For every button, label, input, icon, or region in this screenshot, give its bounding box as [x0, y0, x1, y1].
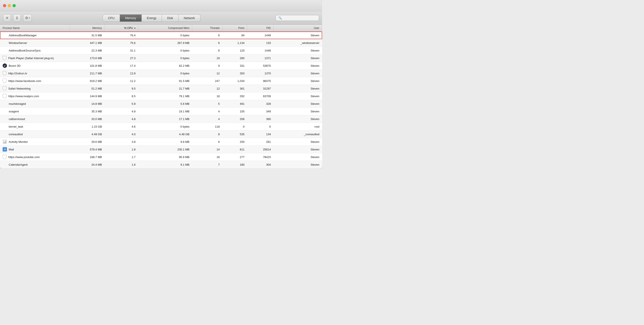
- col-memory[interactable]: Memory: [70, 25, 104, 31]
- cell-cpu: 76.4: [104, 31, 138, 39]
- process-table-container: Process Name Memory % CPU ▾ Compressed M…: [0, 25, 322, 168]
- cell-pid: 133: [247, 39, 273, 47]
- table-row[interactable]: https://www.facebook.com 919.2 MB 11.2 9…: [0, 77, 322, 85]
- close-process-icon: ✕: [6, 16, 8, 20]
- table-row[interactable]: coreaudiod 4.49 GB 4.0 4.48 GB 8 535 134…: [0, 130, 322, 138]
- table-row[interactable]: http://2ndrun.tv 211.7 MB 12.8 0 bytes 1…: [0, 69, 322, 77]
- tab-network[interactable]: Network: [178, 14, 200, 22]
- cell-ports: 535: [222, 130, 247, 138]
- table-row[interactable]: CalendarAgent 24.4 MB 1.6 9.1 MB 7 180 3…: [0, 161, 322, 168]
- cell-pid: 31297: [247, 85, 273, 92]
- col-pid[interactable]: PID: [247, 25, 273, 31]
- col-process-name[interactable]: Process Name: [0, 25, 70, 31]
- cell-memory: 51.2 MB: [70, 85, 104, 92]
- table-row[interactable]: 🔊 Boom 3D 101.8 MB 17.4 62.2 MB 9 331 53…: [0, 62, 322, 69]
- cell-memory: 4.49 GB: [70, 130, 104, 138]
- cell-ports: 180: [222, 161, 247, 168]
- inspect-button[interactable]: ℹ: [13, 14, 21, 22]
- cell-memory: 1.15 GB: [70, 123, 104, 130]
- cell-memory: 24.4 MB: [70, 161, 104, 168]
- minimize-button[interactable]: –: [8, 4, 11, 7]
- col-threads[interactable]: Threads: [192, 25, 222, 31]
- table-row[interactable]: nsurlstoraged 14.8 MB 5.9 5.6 MB 5 491 3…: [0, 100, 322, 108]
- table-row[interactable]: WindowServer 447.1 MB 75.6 267.9 MB 6 1,…: [0, 39, 322, 47]
- cell-pid: 78415: [247, 153, 273, 161]
- tab-cpu[interactable]: CPU: [102, 14, 120, 22]
- cell-user: root: [274, 123, 322, 130]
- process-name-label: coreaudiod: [9, 133, 23, 136]
- cell-threads: 7: [192, 161, 222, 168]
- cell-process-name: https://www.facebook.com: [0, 77, 70, 85]
- col-compressed-mem[interactable]: Compressed Mem: [138, 25, 192, 31]
- table-row[interactable]: soagent 35.3 MB 4.9 19.1 MB 4 105 349 St…: [0, 108, 322, 115]
- cell-cpu: 5.9: [104, 100, 138, 108]
- gear-button[interactable]: ⚙ ▾: [23, 14, 32, 22]
- close-process-button[interactable]: ✕: [3, 14, 11, 22]
- cell-cpu: 11.2: [104, 77, 138, 85]
- cell-ports: 260: [222, 54, 247, 62]
- sort-arrow-cpu: ▾: [134, 27, 135, 29]
- process-name-label: Boom 3D: [9, 64, 20, 67]
- table-row[interactable]: Safari Networking 51.2 MB 9.5 21.7 MB 12…: [0, 85, 322, 92]
- col-ports[interactable]: Ports: [222, 25, 247, 31]
- cell-ports: 1,134: [222, 39, 247, 47]
- boom-icon: 🔊: [2, 63, 7, 68]
- cell-memory: 173.6 MB: [70, 54, 104, 62]
- cell-threads: 4: [192, 115, 222, 123]
- blank-icon: [2, 33, 7, 37]
- cell-threads: 6: [192, 31, 222, 39]
- cell-pid: 1371: [247, 54, 273, 62]
- cell-ports: 105: [222, 108, 247, 115]
- cell-user: Steven: [274, 54, 322, 62]
- process-name-label: kernel_task: [9, 125, 23, 128]
- process-name-label: Safari Networking: [8, 87, 31, 90]
- cell-threads: 12: [192, 69, 222, 77]
- tab-energy[interactable]: Energy: [142, 14, 162, 22]
- cell-user: Steven: [274, 138, 322, 146]
- cell-user: Steven: [274, 77, 322, 85]
- table-row[interactable]: AddressBookSourceSync 22.3 MB 31.1 0 byt…: [0, 47, 322, 54]
- tab-memory[interactable]: Memory: [120, 14, 142, 22]
- table-row[interactable]: AddressBookManager 31.5 MB 76.4 0 bytes …: [0, 31, 322, 39]
- close-button[interactable]: ✕: [3, 4, 6, 7]
- table-row[interactable]: kernel_task 1.15 GB 4.6 0 bytes 118 0 0 …: [0, 123, 322, 130]
- process-name-label: Flash Player (Safari Internet plug-in): [8, 56, 54, 60]
- tab-disk[interactable]: Disk: [162, 14, 178, 22]
- table-row[interactable]: https://www.youtube.com 168.7 MB 1.7 95.…: [0, 153, 322, 161]
- blank-icon: [2, 124, 7, 129]
- cell-cpu: 27.3: [104, 54, 138, 62]
- table-row[interactable]: 📊 Activity Monitor 29.6 MB 3.8 9.8 MB 6 …: [0, 138, 322, 146]
- table-row[interactable]: ✉ Mail 579.4 MB 1.8 230.1 MB 14 811 2561…: [0, 146, 322, 153]
- maximize-button[interactable]: +: [12, 4, 16, 7]
- search-input[interactable]: [283, 16, 316, 19]
- table-row[interactable]: Flash Player (Safari Internet plug-in) 1…: [0, 54, 322, 62]
- cell-pid: 360: [247, 115, 273, 123]
- cell-pid: 63709: [247, 92, 273, 100]
- cell-memory: 31.5 MB: [70, 31, 104, 39]
- cell-user: Steven: [274, 31, 322, 39]
- cell-memory: 14.8 MB: [70, 100, 104, 108]
- cell-compressed: 5.6 MB: [138, 100, 192, 108]
- shield-icon: [2, 94, 6, 98]
- cell-pid: 328: [247, 100, 273, 108]
- tab-group: CPUMemoryEnergyDiskNetwork: [102, 14, 200, 22]
- cell-process-name: coreaudiod: [0, 130, 70, 138]
- col-user[interactable]: User: [274, 25, 322, 31]
- col-cpu[interactable]: % CPU ▾: [104, 25, 138, 31]
- cell-threads: 14: [192, 146, 222, 153]
- process-name-label: https://www.facebook.com: [8, 79, 41, 83]
- cell-threads: 16: [192, 153, 222, 161]
- search-box[interactable]: 🔍: [276, 15, 319, 21]
- cell-user: Steven: [274, 100, 322, 108]
- cell-process-name: kernel_task: [0, 123, 70, 130]
- table-row[interactable]: https://www.irealpro.com 144.9 MB 8.5 79…: [0, 92, 322, 100]
- shield-icon: [2, 86, 6, 91]
- process-name-label: https://www.youtube.com: [8, 155, 40, 159]
- table-row[interactable]: callservicesd 33.0 MB 4.8 17.1 MB 4 206 …: [0, 115, 322, 123]
- blank-icon: [2, 48, 7, 53]
- cell-compressed: 0 bytes: [138, 69, 192, 77]
- cell-compressed: 9.8 MB: [138, 138, 192, 146]
- shield-icon: [2, 155, 6, 159]
- cell-threads: 19: [192, 54, 222, 62]
- traffic-lights: ✕ – +: [3, 4, 16, 7]
